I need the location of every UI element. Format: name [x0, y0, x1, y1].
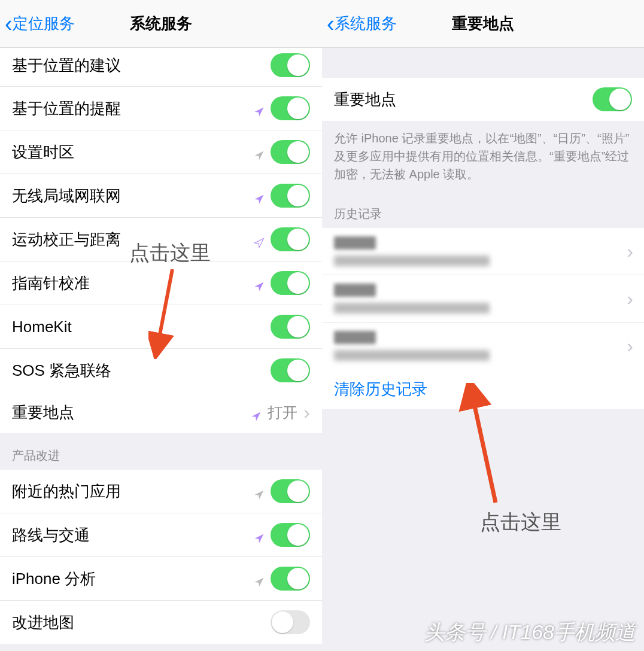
- row-label: iPhone 分析: [12, 568, 96, 589]
- location-arrow-icon: [254, 103, 265, 114]
- settings-row[interactable]: 基于位置的建议: [0, 48, 322, 87]
- toggle-switch[interactable]: [271, 271, 310, 295]
- settings-row[interactable]: iPhone 分析: [0, 557, 322, 601]
- back-label: 定位服务: [13, 13, 75, 34]
- toggle-switch[interactable]: [271, 96, 310, 120]
- toggle-switch[interactable]: [271, 140, 310, 164]
- history-title-redacted: [334, 331, 376, 344]
- toggle-switch[interactable]: [271, 184, 310, 208]
- chevron-left-icon: ‹: [327, 13, 335, 35]
- significant-locations-row[interactable]: 重要地点 打开 ›: [0, 392, 322, 433]
- watermark: 头条号 / IT168手机频道: [424, 619, 636, 646]
- settings-row[interactable]: SOS 紧急联络: [0, 349, 322, 392]
- history-subtitle-redacted: [334, 255, 490, 266]
- toggle-switch[interactable]: [271, 53, 310, 77]
- chevron-right-icon: ›: [627, 241, 633, 263]
- toggle-switch[interactable]: [271, 479, 310, 503]
- navbar: ‹ 定位服务 系统服务: [0, 0, 322, 48]
- settings-row[interactable]: 无线局域网联网: [0, 174, 322, 218]
- settings-row[interactable]: HomeKit: [0, 305, 322, 349]
- toggle-switch[interactable]: [271, 227, 310, 251]
- row-label: SOS 紧急联络: [12, 360, 111, 381]
- settings-list-a: 基于位置的建议 基于位置的提醒 设置时区 无线局域网联网 运动校正与距离 指南针…: [0, 48, 322, 392]
- toggle-switch[interactable]: [593, 87, 632, 111]
- significant-locations-toggle-row[interactable]: 重要地点: [322, 78, 644, 121]
- location-arrow-icon: [254, 147, 265, 157]
- location-arrow-icon: [251, 407, 262, 418]
- section-header: 产品改进: [0, 433, 322, 470]
- row-label: HomeKit: [12, 318, 72, 336]
- significant-locations-row-wrap: 重要地点 打开 ›: [0, 392, 322, 433]
- toggle-switch[interactable]: [271, 523, 310, 547]
- row-label: 重要地点: [12, 402, 74, 423]
- location-arrow-icon: [254, 234, 265, 245]
- settings-row[interactable]: 设置时区: [0, 130, 322, 174]
- history-header: 历史记录: [322, 191, 644, 228]
- clear-section: 清除历史记录: [322, 369, 644, 409]
- row-label: 无线局域网联网: [12, 185, 121, 206]
- location-arrow-icon: [254, 278, 265, 288]
- row-label: 运动校正与距离: [12, 229, 121, 250]
- row-label: 指南针校准: [12, 273, 90, 294]
- location-arrow-icon: [254, 573, 265, 584]
- settings-row[interactable]: 运动校正与距离: [0, 218, 322, 261]
- location-arrow-icon: [254, 190, 265, 201]
- back-label: 系统服务: [335, 13, 397, 34]
- back-button[interactable]: ‹ 定位服务: [0, 13, 75, 35]
- toggle-switch[interactable]: [271, 610, 310, 634]
- row-label: 路线与交通: [12, 525, 90, 546]
- history-item[interactable]: ›: [322, 275, 644, 323]
- settings-row[interactable]: 改进地图: [0, 601, 322, 644]
- toggle-description: 允许 iPhone 记录重要地点，以在“地图”、“日历”、“照片”及更多应用中提…: [322, 121, 644, 191]
- chevron-right-icon: ›: [627, 288, 633, 310]
- history-item[interactable]: ›: [322, 323, 644, 369]
- annotation-text: 点击这里: [480, 509, 561, 536]
- location-arrow-icon: [254, 530, 265, 540]
- history-title-redacted: [334, 284, 376, 297]
- history-item[interactable]: ›: [322, 228, 644, 275]
- settings-list-b: 附近的热门应用 路线与交通 iPhone 分析 改进地图: [0, 470, 322, 644]
- clear-history-button[interactable]: 清除历史记录: [322, 369, 644, 409]
- row-label: 重要地点: [334, 89, 396, 110]
- navbar: ‹ 系统服务 重要地点: [322, 0, 644, 48]
- history-subtitle-redacted: [334, 303, 490, 314]
- footer-note: 允许 Apple 使用您常去地点的信息来改进“地图”。 关于改进地图与隐私...: [0, 644, 322, 651]
- chevron-left-icon: ‹: [5, 13, 13, 35]
- chevron-right-icon: ›: [303, 401, 310, 424]
- settings-row[interactable]: 基于位置的提醒: [0, 87, 322, 130]
- row-value: 打开: [268, 403, 297, 422]
- right-screenshot: ‹ 系统服务 重要地点 重要地点 允许 iPhone 记录重要地点，以在“地图”…: [322, 0, 644, 651]
- history-subtitle-redacted: [334, 350, 490, 361]
- row-label: 附近的热门应用: [12, 481, 121, 502]
- back-button[interactable]: ‹ 系统服务: [322, 13, 397, 35]
- row-label: 改进地图: [12, 612, 74, 633]
- toggle-section: 重要地点: [322, 78, 644, 121]
- toggle-switch[interactable]: [271, 567, 310, 591]
- row-label: 设置时区: [12, 142, 74, 163]
- toggle-switch[interactable]: [271, 315, 310, 339]
- location-arrow-icon: [254, 486, 265, 497]
- history-title-redacted: [334, 236, 376, 250]
- settings-row[interactable]: 路线与交通: [0, 513, 322, 557]
- toggle-switch[interactable]: [271, 358, 310, 382]
- chevron-right-icon: ›: [627, 335, 633, 357]
- row-label: 基于位置的提醒: [12, 98, 121, 119]
- row-label: 基于位置的建议: [12, 55, 121, 76]
- left-screenshot: ‹ 定位服务 系统服务 基于位置的建议 基于位置的提醒 设置时区 无线局域网联网…: [0, 0, 322, 651]
- settings-row[interactable]: 指南针校准: [0, 261, 322, 305]
- settings-row[interactable]: 附近的热门应用: [0, 470, 322, 513]
- history-list: › › ›: [322, 228, 644, 369]
